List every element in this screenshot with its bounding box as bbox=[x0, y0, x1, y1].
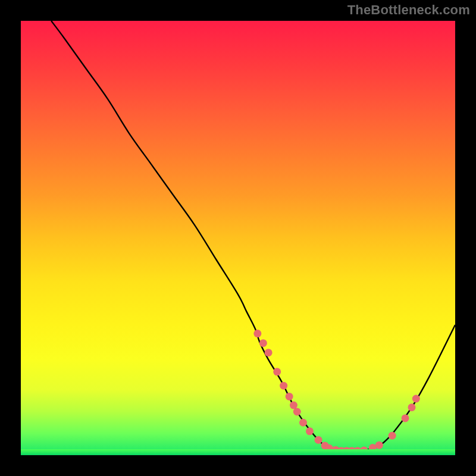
bottleneck-curve bbox=[51, 21, 455, 451]
curve-markers bbox=[253, 330, 419, 455]
curve-marker bbox=[280, 382, 287, 390]
curve-marker bbox=[389, 432, 396, 440]
curve-marker bbox=[265, 349, 273, 356]
curve-marker bbox=[348, 447, 356, 455]
curve-marker bbox=[408, 403, 416, 411]
curve-marker bbox=[299, 419, 307, 427]
curve-marker bbox=[253, 330, 261, 337]
curve-marker bbox=[273, 368, 281, 375]
curve-marker bbox=[306, 427, 314, 435]
chart-frame: TheBottleneck.com bbox=[0, 0, 476, 476]
curve-marker bbox=[412, 395, 420, 403]
curve-marker bbox=[402, 414, 409, 422]
curve-marker bbox=[286, 393, 293, 400]
curve-marker bbox=[325, 444, 333, 452]
watermark: TheBottleneck.com bbox=[347, 2, 470, 18]
curve-marker bbox=[315, 436, 322, 444]
curve-marker bbox=[360, 446, 368, 454]
curve-marker bbox=[290, 402, 298, 409]
curve-marker bbox=[332, 446, 340, 454]
curve-marker bbox=[293, 408, 301, 416]
plot-area bbox=[21, 21, 455, 455]
curve-marker bbox=[259, 339, 267, 347]
curve-marker bbox=[375, 441, 383, 449]
chart-svg bbox=[21, 21, 455, 455]
curve-marker bbox=[353, 447, 361, 455]
